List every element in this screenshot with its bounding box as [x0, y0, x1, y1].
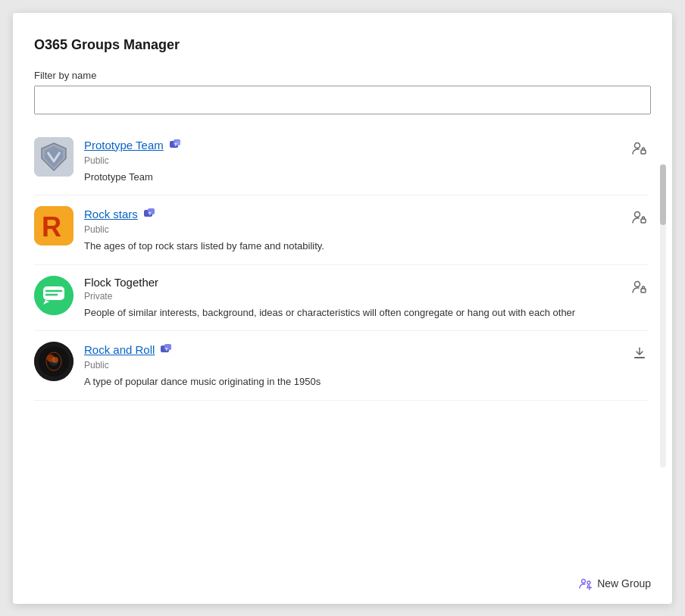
group-visibility-flock-together: Private [84, 291, 648, 302]
group-avatar-rock-stars: R [34, 206, 74, 245]
group-name-prototype-team[interactable]: Prototype Team [84, 139, 164, 152]
svg-point-14 [635, 212, 640, 217]
group-visibility-rock-and-roll: Public [84, 360, 648, 371]
group-item-rock-and-roll: Rock and Roll T Public A type of popular… [34, 331, 648, 401]
group-item-flock-together: Flock Together Private People of similar… [34, 265, 648, 332]
svg-rect-22 [641, 289, 646, 292]
person-lock-icon-3 [631, 279, 648, 295]
footer: New Group [34, 563, 651, 604]
filter-input[interactable] [34, 86, 651, 114]
main-panel: O365 Groups Manager Filter by name Proto… [13, 13, 672, 604]
svg-text:R: R [42, 211, 61, 242]
scrollbar-thumb[interactable] [660, 164, 666, 225]
download-icon [631, 345, 648, 361]
group-visibility-prototype-team: Public [84, 155, 648, 166]
group-name-row: Prototype Team T [84, 137, 648, 153]
svg-rect-15 [641, 219, 646, 223]
filter-label: Filter by name [34, 70, 651, 81]
group-action-prototype-team[interactable] [631, 140, 648, 161]
svg-rect-33 [634, 357, 645, 358]
group-desc-rock-stars: The ages of top rock stars listed by fam… [84, 239, 648, 254]
group-action-flock-together[interactable] [631, 279, 648, 299]
group-name-row-rockstars: Rock stars T [84, 206, 648, 222]
new-group-label: New Group [597, 577, 651, 589]
group-info-rock-and-roll: Rock and Roll T Public A type of popular… [84, 342, 648, 389]
teams-icon-prototype-team: T [168, 137, 182, 153]
group-info-flock-together: Flock Together Private People of similar… [84, 276, 648, 321]
group-desc-rock-and-roll: A type of popular dance music originatin… [84, 374, 648, 389]
svg-point-29 [52, 357, 58, 363]
group-info-rock-stars: Rock stars T Public The ages of top rock… [84, 206, 648, 254]
group-info-prototype-team: Prototype Team T Public Prototype Team [84, 137, 648, 185]
group-avatar-rock-and-roll [34, 342, 74, 381]
group-avatar-prototype-team [34, 137, 74, 177]
group-name-row-rockroll: Rock and Roll T [84, 342, 648, 358]
add-group-icon [579, 577, 593, 590]
scrollbar-track[interactable] [660, 164, 666, 467]
new-group-button[interactable]: New Group [579, 577, 651, 590]
group-desc-flock-together: People of similar interests, background,… [84, 305, 648, 321]
svg-point-7 [635, 142, 640, 148]
svg-point-21 [635, 281, 640, 286]
teams-icon-rock-stars: T [142, 206, 156, 222]
group-action-rock-stars[interactable] [631, 209, 648, 230]
group-name-rock-and-roll[interactable]: Rock and Roll [84, 343, 155, 356]
svg-text:T: T [174, 142, 177, 147]
group-desc-prototype-team: Prototype Team [84, 170, 648, 185]
svg-rect-17 [43, 286, 64, 300]
person-lock-icon-2 [631, 209, 648, 226]
group-action-rock-and-roll[interactable] [631, 345, 648, 365]
groups-list: Prototype Team T Public Prototype Team [34, 127, 651, 563]
svg-point-35 [587, 581, 590, 584]
group-item-rock-stars: R Rock stars T Public The ages of top ro… [34, 195, 648, 265]
teams-icon-rock-and-roll: T [159, 342, 173, 358]
group-name-flock-together: Flock Together [84, 276, 158, 289]
svg-text:T: T [165, 347, 168, 352]
group-name-row-flock: Flock Together [84, 276, 648, 289]
person-lock-icon [631, 140, 648, 157]
group-name-rock-stars[interactable]: Rock stars [84, 208, 138, 220]
group-avatar-flock-together [34, 276, 74, 315]
svg-text:T: T [149, 211, 152, 216]
svg-rect-8 [641, 150, 646, 154]
svg-point-34 [582, 579, 586, 583]
group-item-prototype-team: Prototype Team T Public Prototype Team [34, 127, 648, 196]
group-visibility-rock-stars: Public [84, 224, 648, 235]
page-title: O365 Groups Manager [34, 37, 651, 53]
